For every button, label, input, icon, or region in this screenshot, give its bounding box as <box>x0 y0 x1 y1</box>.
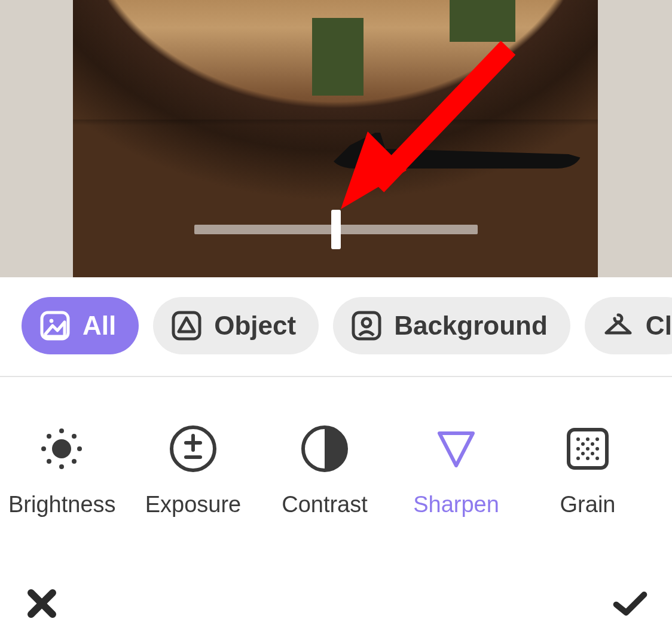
svg-point-6 <box>362 319 371 327</box>
scope-tab-all[interactable]: All <box>22 297 139 354</box>
hanger-icon <box>603 310 634 341</box>
svg-point-26 <box>586 447 589 451</box>
svg-point-32 <box>591 442 594 446</box>
tool-label: Grain <box>534 492 641 518</box>
svg-point-7 <box>52 439 71 458</box>
scope-label: All <box>83 311 116 341</box>
tool-contrast[interactable]: Contrast <box>271 424 378 518</box>
scope-label: Object <box>214 311 296 341</box>
svg-point-13 <box>72 434 77 439</box>
scope-tab-object[interactable]: Object <box>153 297 319 354</box>
tool-label: Fi <box>666 492 672 518</box>
svg-point-29 <box>586 457 589 460</box>
cancel-button[interactable] <box>24 586 60 621</box>
image-detail <box>450 0 515 42</box>
close-icon <box>25 587 59 620</box>
svg-point-15 <box>72 459 77 464</box>
svg-point-25 <box>576 447 580 451</box>
scope-label: Cl <box>646 311 672 341</box>
tool-label: Brightness <box>8 492 115 518</box>
scope-label: Background <box>394 311 548 341</box>
svg-point-31 <box>581 442 585 446</box>
svg-point-9 <box>59 464 64 469</box>
image-detail <box>312 18 364 96</box>
svg-point-34 <box>591 452 594 455</box>
scope-tab-clothes[interactable]: Cl <box>585 297 672 354</box>
tool-grain[interactable]: Grain <box>534 424 641 518</box>
svg-point-11 <box>77 446 82 451</box>
confirm-button[interactable] <box>612 586 648 621</box>
sharpen-icon <box>431 424 481 474</box>
scope-tabs: All Object Background Cl <box>0 277 672 377</box>
svg-point-14 <box>47 459 51 464</box>
svg-point-8 <box>59 428 64 433</box>
svg-point-28 <box>576 457 580 460</box>
all-icon <box>39 310 71 341</box>
svg-point-10 <box>41 446 46 451</box>
svg-point-24 <box>595 437 599 441</box>
tool-filter[interactable]: Fi <box>666 424 672 518</box>
check-icon <box>612 587 648 620</box>
tool-label: Contrast <box>271 492 378 518</box>
svg-point-30 <box>595 457 599 460</box>
adjust-tools: Brightness Exposure Contrast Sharpen Gra… <box>0 377 672 518</box>
tool-exposure[interactable]: Exposure <box>140 424 246 518</box>
tool-brightness[interactable]: Brightness <box>8 424 115 518</box>
adjust-slider[interactable] <box>194 225 478 234</box>
svg-point-27 <box>595 447 599 451</box>
svg-point-33 <box>581 452 585 455</box>
brightness-icon <box>36 424 87 474</box>
image-canvas <box>0 0 672 277</box>
contrast-icon <box>300 424 350 474</box>
exposure-icon <box>168 424 218 474</box>
background-icon <box>351 310 382 341</box>
tool-label: Exposure <box>140 492 246 518</box>
grain-icon <box>563 424 613 474</box>
action-bar <box>0 586 672 621</box>
svg-point-23 <box>586 437 589 441</box>
tool-label: Sharpen <box>403 492 509 518</box>
svg-point-12 <box>47 434 51 439</box>
tool-sharpen[interactable]: Sharpen <box>403 424 509 518</box>
svg-point-22 <box>576 437 580 441</box>
scope-tab-background[interactable]: Background <box>333 297 570 354</box>
filter-icon <box>668 424 672 474</box>
svg-point-3 <box>50 319 53 323</box>
image-detail <box>330 133 581 169</box>
slider-thumb[interactable] <box>331 210 341 249</box>
object-icon <box>171 310 202 341</box>
